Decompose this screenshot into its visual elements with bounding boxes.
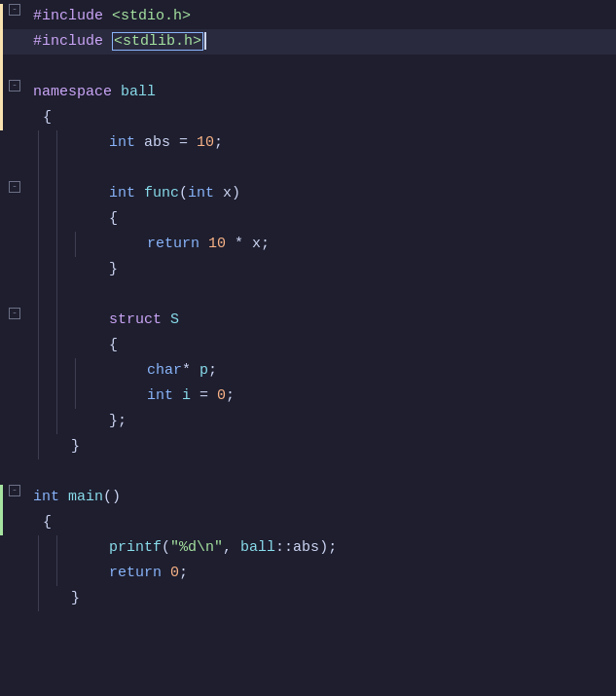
fold-icon-4[interactable]: - xyxy=(9,80,20,92)
num-0-main: 0 xyxy=(170,565,179,581)
indent-bar-10a xyxy=(38,232,48,257)
code-line-11: } xyxy=(0,257,616,282)
line-content-22: printf("%d\n", ball::abs); xyxy=(66,535,616,561)
type-int-8: int xyxy=(109,185,135,201)
gutter-8: - xyxy=(0,181,29,193)
line-content-24: } xyxy=(48,586,616,611)
line-content-18: } xyxy=(48,434,616,459)
fold-icon-20[interactable]: - xyxy=(9,485,20,496)
directive-1: #include xyxy=(33,8,103,24)
indent-bar-10c xyxy=(75,232,85,257)
code-line-19 xyxy=(0,459,616,485)
var-x: x xyxy=(252,236,261,252)
line-content-8: int func(int x) xyxy=(66,181,616,206)
kw-struct: struct xyxy=(109,311,162,328)
include-path-2: <stdlib.h> xyxy=(112,32,203,51)
code-line-24: } xyxy=(0,586,616,611)
indent-bar-11a xyxy=(38,257,48,282)
code-line-14: { xyxy=(0,333,616,358)
type-int-16: int xyxy=(147,387,173,404)
indent-bar-16b xyxy=(56,384,66,409)
indent-bar-23a xyxy=(38,561,48,586)
indent-bar-17a xyxy=(38,409,48,434)
indent-bar-8b xyxy=(56,181,66,206)
indent-bar-6b xyxy=(56,130,66,156)
line-content-6: int abs = 10; xyxy=(66,130,616,156)
struct-name: S xyxy=(170,311,179,328)
line-content-13: struct S xyxy=(66,308,616,333)
type-char: char xyxy=(147,362,182,379)
indent-bar-11b xyxy=(56,257,66,282)
indent-bar-15b xyxy=(56,358,66,384)
line-content-17: }; xyxy=(66,409,616,434)
fn-main: main xyxy=(68,489,103,505)
code-line-21: { xyxy=(0,510,616,535)
brace-open-1: { xyxy=(43,109,52,126)
indent-bar-17b xyxy=(56,409,66,434)
code-line-7 xyxy=(0,156,616,181)
directive-2: #include xyxy=(33,33,103,50)
indent-bar-14a xyxy=(38,333,48,358)
indent-bar-15a xyxy=(38,358,48,384)
var-abs: abs xyxy=(144,134,170,151)
indent-bar-23b xyxy=(56,561,66,586)
indent-bar-12a xyxy=(38,282,48,308)
num-10-ret: 10 xyxy=(208,236,226,252)
code-line-15: char* p; xyxy=(0,358,616,384)
fold-icon-8[interactable]: - xyxy=(9,181,20,193)
indent-bar-24a xyxy=(38,586,48,611)
num-0: 0 xyxy=(217,387,226,404)
line-content-21: { xyxy=(39,510,616,535)
gutter-13: - xyxy=(0,308,29,319)
indent-bar-7b xyxy=(56,156,66,181)
code-area: - #include <stdio.h> #include <stdlib.h>… xyxy=(0,4,616,611)
namespace-name: ball xyxy=(121,84,156,100)
indent-bar-18a xyxy=(38,434,48,459)
fn-func: func xyxy=(144,185,179,201)
type-int-6: int xyxy=(109,134,135,151)
kw-namespace: namespace xyxy=(33,84,112,100)
fold-icon-13[interactable]: - xyxy=(9,308,20,319)
code-line-13: - struct S xyxy=(0,308,616,333)
code-line-16: int i = 0; xyxy=(0,384,616,409)
indent-bar-9b xyxy=(56,206,66,232)
kw-return-main: return xyxy=(109,565,162,581)
code-line-20: - int main() xyxy=(0,485,616,510)
fn-printf: printf xyxy=(109,539,162,556)
gutter-4: - xyxy=(0,80,29,92)
member-i: i xyxy=(182,387,191,404)
num-10: 10 xyxy=(197,134,214,151)
type-int-main: int xyxy=(33,489,59,505)
code-line-9: { xyxy=(0,206,616,232)
param-x: x xyxy=(223,185,232,201)
code-line-8: - int func(int x) xyxy=(0,181,616,206)
line-content-20: int main() xyxy=(29,485,616,510)
line-content-1: #include <stdio.h> xyxy=(29,4,616,29)
line-content-15: char* p; xyxy=(85,358,616,384)
code-line-4: - namespace ball xyxy=(0,80,616,105)
indent-bar-8a xyxy=(38,181,48,206)
code-line-5: { xyxy=(0,105,616,130)
code-line-23: return 0; xyxy=(0,561,616,586)
indent-bar-14b xyxy=(56,333,66,358)
code-line-1: - #include <stdio.h> xyxy=(0,4,616,29)
member-p: p xyxy=(199,362,208,379)
code-line-3 xyxy=(0,55,616,80)
line-content-23: return 0; xyxy=(66,561,616,586)
indent-bar-10b xyxy=(56,232,66,257)
line-content-5: { xyxy=(39,105,616,130)
indent-bar-15c xyxy=(75,358,85,384)
line-content-4: namespace ball xyxy=(29,80,616,105)
gutter-20: - xyxy=(0,485,29,496)
indent-bar-7a xyxy=(38,156,48,181)
code-line-2: #include <stdlib.h> xyxy=(0,29,616,55)
fold-icon-1[interactable]: - xyxy=(9,4,20,16)
indent-bar-6a xyxy=(38,130,48,156)
var-abs-ref: abs xyxy=(293,539,319,556)
indent-bar-22b xyxy=(56,535,66,561)
line-content-14: { xyxy=(66,333,616,358)
include-path-1: <stdio.h> xyxy=(112,8,191,24)
line-content-10: return 10 * x; xyxy=(85,232,616,257)
line-content-11: } xyxy=(66,257,616,282)
kw-return: return xyxy=(147,236,199,252)
